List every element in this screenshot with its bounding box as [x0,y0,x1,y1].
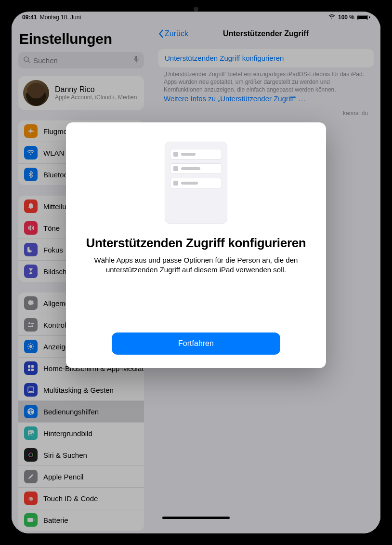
sidebar-item-label: Multitasking & Gesten [43,386,114,394]
svg-rect-21 [28,387,34,393]
configure-link: Unterstützenden Zugriff konfigurieren [165,54,284,62]
svg-point-26 [29,432,31,433]
back-button[interactable]: Zurück [158,29,188,38]
detail-description: „Unterstützender Zugriff“ bietet ein ein… [158,67,374,104]
search-field[interactable] [18,52,144,68]
back-label: Zurück [165,29,188,38]
sidebar-item-label: Hintergrundbild [43,429,92,438]
svg-line-13 [28,344,29,345]
bluetooth-icon [24,168,38,181]
sidebar-item-multitasking-gesten[interactable]: Multitasking & Gesten [18,379,144,401]
avatar [23,80,49,106]
modal-illustration [165,142,227,224]
sidebar-item-label: Töne [43,224,60,232]
sidebar-item-label: Batterie [43,516,68,524]
sidebar-item-label: WLAN [43,149,64,157]
configure-card[interactable]: Unterstützenden Zugriff konfigurieren [158,49,374,67]
svg-point-4 [28,322,30,324]
sidebar-item-label: Siri & Suchen [43,451,87,459]
svg-rect-22 [29,391,33,392]
accessibility-icon [24,405,38,418]
ipad-frame: 09:41 Montag 10. Juni 100 % Einstellunge… [0,0,392,545]
svg-rect-2 [135,56,137,60]
search-icon [23,56,30,65]
hourglass-icon [24,265,38,278]
modal-body: Wähle Apps aus und passe Optionen für di… [85,255,307,275]
sidebar-item-apple-pencil[interactable]: Apple Pencil [18,466,144,488]
sidebar-item-touch-id-code[interactable]: Touch ID & Code [18,488,144,509]
svg-point-6 [31,325,33,327]
more-info-link[interactable]: Weitere Infos zu „Unterstützender Zugrif… [164,94,368,104]
wallpaper-icon [24,426,38,440]
svg-point-8 [29,345,32,348]
svg-rect-30 [34,519,35,521]
svg-rect-18 [31,365,34,368]
sidebar-item-label: Touch ID & Code [43,494,98,503]
moon-icon [24,243,38,256]
wifi-icon [24,146,38,160]
status-time: 09:41 [22,14,37,21]
sidebar-item-batterie[interactable]: Batterie [18,509,144,531]
continue-button[interactable]: Fortfahren [112,332,280,355]
battery-icon [24,513,38,527]
mic-icon[interactable] [133,55,139,65]
svg-line-1 [28,61,30,63]
sidebar-item-siri-suchen[interactable]: Siri & Suchen [18,444,144,466]
grid-icon [24,361,38,375]
switches-icon [24,318,38,332]
sidebar-item-label: Bedienungshilfen [43,408,99,416]
detail-title: Unterstützender Zugriff [158,29,374,38]
status-date: Montag 10. Juni [40,14,81,21]
svg-line-16 [33,344,34,345]
svg-line-15 [28,348,29,349]
battery-icon [357,15,370,20]
svg-rect-17 [28,365,30,368]
svg-rect-20 [31,369,34,371]
svg-rect-29 [27,518,33,522]
account-name: Danny Rico [55,85,137,94]
modal-title: Unterstützenden Zugriff konfigurieren [85,236,307,251]
gear-icon [24,296,38,310]
dock-icon [24,383,38,397]
sidebar-item-bedienungshilfen[interactable]: Bedienungshilfen [18,401,144,423]
sidebar-item-label: Fokus [43,246,63,254]
svg-line-14 [33,348,34,349]
svg-rect-5 [31,323,34,324]
pencil-icon [24,470,38,483]
front-camera [194,7,198,12]
status-bar: 09:41 Montag 10. Juni 100 % [12,12,380,23]
screen: 09:41 Montag 10. Juni 100 % Einstellunge… [12,12,380,533]
home-indicator[interactable] [162,517,230,519]
sidebar-item-hintergrundbild[interactable]: Hintergrundbild [18,423,144,444]
siri-icon [24,448,38,462]
speaker-icon [24,221,38,235]
sidebar-title: Einstellungen [19,31,144,47]
svg-point-24 [30,409,32,411]
search-input[interactable] [33,56,131,65]
config-modal: Unterstützenden Zugriff konfigurieren Wä… [66,122,326,368]
sun-icon [24,340,38,353]
svg-rect-19 [28,369,30,371]
battery-percent: 100 % [338,14,354,21]
bell-icon [24,199,38,213]
wifi-icon [328,14,335,21]
touchid-icon [24,492,38,505]
sidebar-item-label: Apple Pencil [43,473,83,481]
svg-rect-7 [28,326,31,327]
account-subtitle: Apple Account, iCloud+, Medien [55,94,137,101]
airplane-icon [24,124,38,138]
account-row[interactable]: Danny Rico Apple Account, iCloud+, Medie… [18,76,144,110]
detail-extra-text: kannst du [158,104,374,117]
